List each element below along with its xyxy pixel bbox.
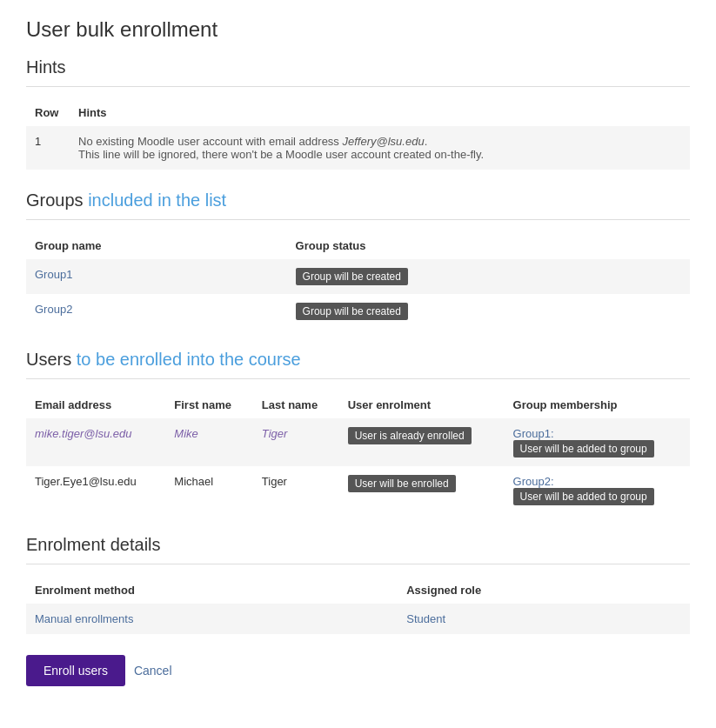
groups-heading: Groups included in the list [26,190,690,210]
groups-heading-plain: Groups [26,190,88,210]
users-table: Email address First name Last name User … [26,391,690,514]
users-col-group: Group membership [505,391,690,418]
hints-table: Row Hints 1 No existing Moodle user acco… [26,99,690,170]
hints-col-row: Row [26,99,70,126]
page-title: User bulk enrollment [26,17,690,42]
groups-col-status: Group status [287,232,690,259]
groups-row-1-name: Group1 [26,259,287,294]
groups-col-name: Group name [26,232,287,259]
users-row-1-enrolment: User is already enrolled [339,418,505,466]
users-section: Users to be enrolled into the course Ema… [26,350,690,514]
users-col-enrolment: User enrolment [339,391,505,418]
enrolment-details-divider [26,564,690,564]
users-row-2: Tiger.Eye1@lsu.edu Michael Tiger User wi… [26,466,690,514]
cancel-button[interactable]: Cancel [134,655,172,686]
users-row-1-firstname: Mike [165,418,253,466]
hints-section: Hints Row Hints 1 No existing Moodle use… [26,57,690,170]
users-row-1-lastname: Tiger [253,418,339,466]
hints-row: 1 No existing Moodle user account with e… [26,126,690,170]
groups-row-1-status: Group will be created [287,259,690,294]
groups-heading-blue: included in the list [88,190,226,210]
groups-section: Groups included in the list Group name G… [26,190,690,329]
users-heading-blue: to be enrolled into the course [77,350,301,369]
users-row-1-group-badge: User will be added to group [513,440,654,458]
enrolment-col-role: Assigned role [398,577,690,604]
groups-divider [26,219,690,220]
groups-row-2: Group2 Group will be created [26,294,690,329]
hints-col-hints: Hints [70,99,690,126]
enrolment-details-heading: Enrolment details [26,535,690,555]
users-col-lastname: Last name [253,391,339,418]
users-row-2-group-badge: User will be added to group [513,488,654,505]
enrolment-col-method: Enrolment method [26,577,398,604]
users-row-2-email: Tiger.Eye1@lsu.edu [26,466,165,514]
users-row-2-enrolment-badge: User will be enrolled [348,475,456,492]
users-col-email: Email address [26,391,165,418]
enrolment-row-1-method: Manual enrollments [26,604,398,634]
hints-divider [26,86,690,87]
users-row-1-group-label: Group1: [513,427,554,440]
users-row-1-enrolment-badge: User is already enrolled [348,427,472,444]
users-heading: Users to be enrolled into the course [26,350,690,370]
groups-row-1: Group1 Group will be created [26,259,690,294]
users-row-2-enrolment: User will be enrolled [339,466,505,514]
users-row-1-email: mike.tiger@lsu.edu [26,418,165,466]
users-row-1: mike.tiger@lsu.edu Mike Tiger User is al… [26,418,690,466]
enrolment-row-1-role: Student [398,604,690,634]
enrolment-row-1: Manual enrollments Student [26,604,690,634]
hints-heading: Hints [26,57,690,77]
users-row-2-group-label: Group2: [513,475,554,488]
users-divider [26,378,690,379]
users-heading-plain: Users [26,350,77,369]
groups-row-2-status: Group will be created [287,294,690,329]
hints-row-num: 1 [26,126,70,170]
hints-email-link: Jeffery@lsu.edu [342,135,424,148]
users-row-2-group: Group2: User will be added to group [505,466,690,514]
hints-text-2: . [425,135,428,148]
users-row-2-lastname: Tiger [253,466,339,514]
groups-row-2-name: Group2 [26,294,287,329]
enrolment-details-section: Enrolment details Enrolment method Assig… [26,535,690,634]
users-row-2-firstname: Michael [165,466,253,514]
enroll-users-button[interactable]: Enroll users [26,655,125,686]
hints-text-3: This line will be ignored, there won't b… [78,148,484,161]
users-row-1-group: Group1: User will be added to group [505,418,690,466]
users-col-firstname: First name [165,391,253,418]
hints-text-1: No existing Moodle user account with ema… [78,135,342,148]
groups-table: Group name Group status Group1 Group wil… [26,232,690,329]
groups-row-2-badge: Group will be created [296,303,408,320]
hints-row-content: No existing Moodle user account with ema… [70,126,690,170]
enrolment-details-table: Enrolment method Assigned role Manual en… [26,577,690,634]
groups-row-1-badge: Group will be created [296,268,408,285]
buttons-row: Enroll users Cancel [26,655,690,686]
